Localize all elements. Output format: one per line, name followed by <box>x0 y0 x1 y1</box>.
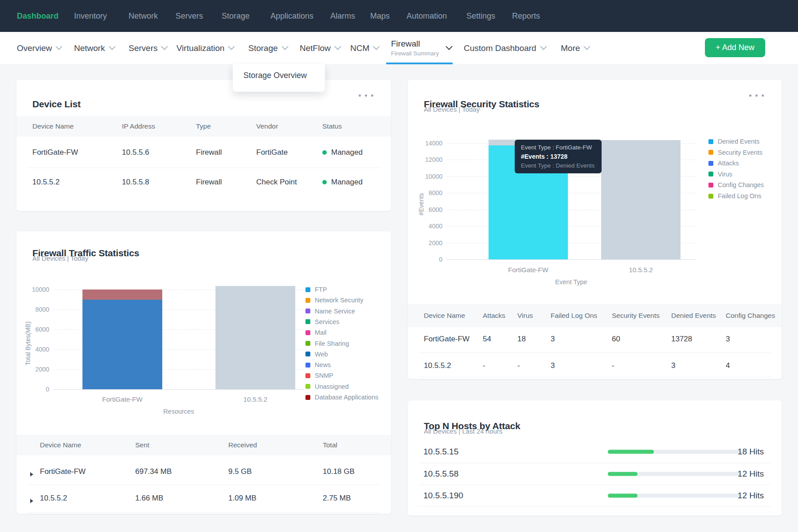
legend-item[interactable]: Security Events <box>708 149 763 156</box>
table-cell: 2.75 MB <box>323 494 351 503</box>
expand-row-icon[interactable] <box>30 472 33 477</box>
legend-label: Denied Events <box>718 138 759 145</box>
column-header: Device Name <box>40 441 81 449</box>
subnav-item-ncm[interactable]: NCM <box>350 32 378 64</box>
attack-progress-bar <box>608 472 740 476</box>
column-header: Status <box>322 122 342 130</box>
table-cell: 1.09 MB <box>228 494 256 503</box>
table-cell: FortiGate-FW <box>32 148 78 157</box>
subnav-item-custom-dashboard[interactable]: Custom Dashboard <box>464 32 545 64</box>
column-header: Virus <box>517 312 533 320</box>
legend-item[interactable]: Services <box>305 318 340 325</box>
subnav-item-virtualization[interactable]: Virtualization <box>176 32 233 64</box>
y-axis-tick-label: 8000 <box>411 189 442 196</box>
bar-segment[interactable] <box>82 289 162 300</box>
legend-item[interactable]: Config Changes <box>708 181 764 188</box>
storage-dropdown-menu: Storage Overview <box>233 64 325 92</box>
security-card-menu-icon[interactable] <box>749 94 764 97</box>
attack-progress-fill <box>608 450 654 454</box>
column-header: Config Changes <box>726 312 775 320</box>
legend-swatch-icon <box>708 139 713 144</box>
y-axis-tick-label: 0 <box>18 386 49 393</box>
legend-item[interactable]: Network Security <box>305 297 364 304</box>
legend-item[interactable]: FTP <box>305 286 327 293</box>
tab-firewall[interactable]: Firewall Firewall Summary <box>391 32 451 64</box>
column-header: Denied Events <box>671 312 716 320</box>
legend-item[interactable]: News <box>305 361 331 368</box>
table-cell: 10.18 GB <box>323 467 355 476</box>
column-header: Attacks <box>483 312 505 320</box>
bar-segment[interactable] <box>601 140 681 259</box>
topnav-item-reports[interactable]: Reports <box>512 0 540 32</box>
topnav-item-servers[interactable]: Servers <box>176 0 203 32</box>
topnav-item-inventory[interactable]: Inventory <box>74 0 107 32</box>
menu-item-storage-overview[interactable]: Storage Overview <box>233 64 325 80</box>
tab-firewall-sublabel: Firewall Summary <box>391 50 439 57</box>
topnav-item-alarms[interactable]: Alarms <box>330 0 355 32</box>
legend-label: Config Changes <box>718 181 764 188</box>
row-divider <box>419 463 771 463</box>
expand-row-icon[interactable] <box>30 499 33 503</box>
table-cell: 10.5.5.2 <box>424 361 451 370</box>
legend-item[interactable]: Name Service <box>305 308 355 315</box>
gridline <box>446 259 696 260</box>
row-divider <box>419 377 771 377</box>
legend-item[interactable]: Failed Log Ons <box>708 192 761 200</box>
column-header: Device Name <box>32 122 74 130</box>
legend-item[interactable]: Database Applications <box>305 394 379 401</box>
gridline <box>53 389 304 390</box>
legend-label: FTP <box>315 286 327 293</box>
attack-progress-bar <box>608 494 740 498</box>
topnav-item-maps[interactable]: Maps <box>370 0 390 32</box>
legend-label: Attacks <box>718 160 739 167</box>
y-axis-tick-label: 0 <box>411 256 442 263</box>
legend-item[interactable]: SNMP <box>305 372 333 379</box>
table-cell: Managed <box>322 148 363 157</box>
hits-count: 12 Hits <box>738 469 764 479</box>
topnav-item-settings[interactable]: Settings <box>466 0 495 32</box>
x-axis-title: Resources <box>143 408 214 415</box>
legend-item[interactable]: Web <box>305 351 328 358</box>
y-axis-tick-label: 8000 <box>18 306 49 313</box>
topnav-item-applications[interactable]: Applications <box>270 0 313 32</box>
subnav-item-more[interactable]: More <box>561 32 589 64</box>
y-axis-tick-label: 10000 <box>18 286 49 293</box>
subnav-item-storage[interactable]: Storage <box>248 32 287 64</box>
y-axis-tick-label: 2000 <box>411 239 442 246</box>
bar-segment[interactable] <box>82 300 162 390</box>
topnav-item-storage[interactable]: Storage <box>222 0 250 32</box>
security-card-subtitle: All Devices | Today <box>424 106 480 113</box>
legend-swatch-icon <box>305 395 310 400</box>
legend-item[interactable]: Denied Events <box>708 138 759 145</box>
y-axis-tick-label: 14000 <box>411 140 442 147</box>
table-cell: 10.5.5.8 <box>122 178 149 187</box>
tooltip-line-3: Event Type : Denied Events <box>521 162 602 169</box>
legend-label: Unassigned <box>315 383 349 390</box>
topnav-item-network[interactable]: Network <box>129 0 158 32</box>
device-list-menu-icon[interactable] <box>359 94 373 97</box>
legend-item[interactable]: Virus <box>708 171 732 178</box>
row-divider <box>27 512 380 513</box>
bar-segment[interactable] <box>215 286 295 389</box>
legend-item[interactable]: File Sharing <box>305 340 349 347</box>
topnav-item-automation[interactable]: Automation <box>407 0 447 32</box>
column-header: Vendor <box>256 122 278 130</box>
legend-swatch-icon <box>305 298 310 303</box>
y-axis-tick-label: 12000 <box>411 156 442 163</box>
legend-swatch-icon <box>305 309 310 313</box>
subnav-item-servers[interactable]: Servers <box>129 32 166 64</box>
legend-swatch-icon <box>708 183 713 188</box>
topnav-item-dashboard[interactable]: Dashboard <box>17 0 59 32</box>
legend-item[interactable]: Attacks <box>708 160 739 167</box>
subnav-item-network[interactable]: Network <box>74 32 114 64</box>
dashboard-tabs-bar: Firewall Firewall Summary OverviewNetwor… <box>0 32 798 65</box>
subnav-item-netflow[interactable]: NetFlow <box>300 32 340 64</box>
subnav-item-overview[interactable]: Overview <box>17 32 61 64</box>
legend-item[interactable]: Mail <box>305 329 327 336</box>
legend-swatch-icon <box>305 363 310 368</box>
top-hosts-subtitle: All Devices | Last 24 hours <box>424 427 502 435</box>
row-divider <box>419 506 771 507</box>
legend-item[interactable]: Unassigned <box>305 383 349 390</box>
row-divider <box>419 485 771 485</box>
add-new-button[interactable]: + Add New <box>705 38 765 57</box>
